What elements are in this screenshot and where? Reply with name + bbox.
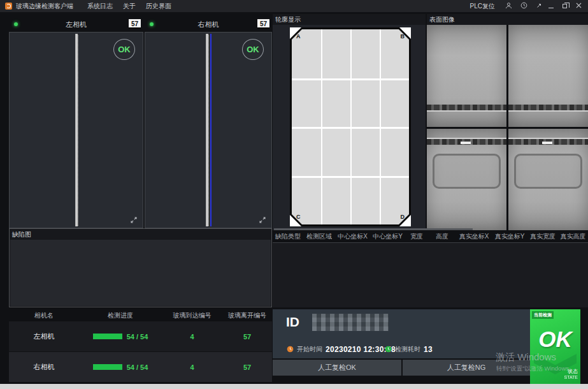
plc-reset-button[interactable]: PLC复位 bbox=[470, 2, 495, 11]
col-leave-no: 玻璃离开编号 bbox=[222, 311, 272, 320]
windows-activation-watermark-sub: 转到“设置”以激活 Windows。 bbox=[496, 365, 575, 373]
elapsed-group: 检测耗时 13 bbox=[385, 344, 433, 355]
leave-no-value: 57 bbox=[222, 333, 272, 341]
close-button[interactable] bbox=[576, 3, 582, 10]
start-time-group: 开始时间 20230210 12:30:58 bbox=[287, 344, 396, 355]
corner-label-a: A bbox=[296, 33, 301, 40]
badge-result-value: OK bbox=[530, 327, 580, 352]
user-icon[interactable] bbox=[505, 2, 512, 10]
status-dot-icon bbox=[150, 22, 154, 26]
defect-table-header: 缺陷类型 检测区域 中心坐标X 中心坐标Y 宽度 高度 真实坐标X 真实坐标Y … bbox=[273, 231, 588, 242]
camera-name: 左相机 bbox=[9, 332, 79, 341]
col-height: 高度 bbox=[428, 232, 456, 241]
menu-bar: 系统日志 关于 历史界面 bbox=[87, 2, 171, 11]
camera-name: 右相机 bbox=[9, 362, 79, 372]
main-window: 玻璃边缘检测客户端 系统日志 关于 历史界面 PLC复位 bbox=[0, 0, 588, 389]
col-center-x: 中心坐标X bbox=[335, 232, 370, 241]
left-camera-ok-badge: OK bbox=[113, 39, 135, 60]
progress-bar bbox=[93, 364, 122, 370]
camera-table-header: 相机名 检测进度 玻璃到达编号 玻璃离开编号 bbox=[9, 310, 272, 321]
surface-image-panel: 表面图像 bbox=[427, 14, 588, 230]
defect-panel-title: 缺陷图 bbox=[10, 229, 271, 240]
contour-panel: 轮廓显示 A B C D bbox=[273, 14, 426, 230]
surface-image-top-right[interactable] bbox=[508, 25, 588, 127]
col-detect-area: 检测区域 bbox=[303, 232, 335, 241]
result-info: ID 开始时间 20230210 12:30:58 检测耗时 13 bbox=[273, 309, 530, 358]
corner-label-c: C bbox=[296, 214, 301, 220]
left-camera-view: OK bbox=[9, 32, 143, 228]
right-camera-panel: 右相机 57 OK bbox=[145, 17, 272, 228]
progress-label: 54 / 54 bbox=[127, 363, 148, 371]
edge-fit-line bbox=[210, 34, 212, 226]
col-center-y: 中心坐标Y bbox=[370, 232, 405, 241]
window-bottom-edge bbox=[0, 384, 588, 389]
start-time-clock-icon bbox=[287, 344, 294, 355]
right-camera-label: 右相机 bbox=[145, 17, 272, 32]
surface-image-grid bbox=[427, 25, 588, 230]
id-label: ID bbox=[286, 314, 299, 330]
clock-icon[interactable] bbox=[520, 2, 527, 10]
left-camera-counter[interactable]: 57 bbox=[129, 19, 141, 29]
status-dot-icon bbox=[14, 22, 18, 26]
right-camera-ok-badge: OK bbox=[242, 39, 264, 60]
camera-progress-table: 相机名 检测进度 玻璃到达编号 玻璃离开编号 左相机 54 / 54 4 57 … bbox=[9, 310, 272, 383]
defect-image-panel: 缺陷图 bbox=[9, 228, 272, 307]
contour-display: A B C D bbox=[273, 25, 426, 230]
col-defect-type: 缺陷类型 bbox=[273, 232, 303, 241]
scale-icon[interactable] bbox=[536, 3, 542, 10]
elapsed-value: 13 bbox=[424, 345, 433, 354]
contour-panel-title: 轮廓显示 bbox=[273, 14, 426, 26]
glass-edge-strip bbox=[206, 34, 209, 226]
col-progress: 检测进度 bbox=[79, 311, 162, 320]
windows-activation-watermark: 激活 Windows bbox=[496, 351, 556, 363]
menu-about[interactable]: 关于 bbox=[123, 2, 136, 11]
menu-history[interactable]: 历史界面 bbox=[146, 2, 171, 11]
table-scrollbar[interactable] bbox=[274, 228, 473, 230]
col-real-y: 真实坐标Y bbox=[492, 232, 527, 241]
surface-image-top-left[interactable] bbox=[427, 25, 506, 127]
surface-image-bottom-right[interactable] bbox=[508, 129, 588, 231]
progress-cell: 54 / 54 bbox=[79, 363, 162, 371]
restore-button[interactable] bbox=[563, 3, 567, 10]
col-real-width: 真实宽度 bbox=[527, 232, 558, 241]
glass-outline-graphic: A B C D bbox=[290, 27, 411, 226]
manual-recheck-ok-button[interactable]: 人工复检OK bbox=[273, 360, 401, 376]
table-row: 左相机 54 / 54 4 57 bbox=[9, 321, 272, 351]
right-camera-view: OK bbox=[145, 32, 272, 228]
surface-panel-title: 表面图像 bbox=[427, 14, 588, 26]
corner-label-b: B bbox=[401, 33, 405, 40]
id-value-redacted bbox=[312, 314, 389, 331]
elapsed-clock-icon bbox=[385, 344, 392, 355]
state-label-en: STATE bbox=[564, 375, 578, 381]
progress-cell: 54 / 54 bbox=[79, 333, 162, 341]
defect-image-area bbox=[10, 240, 271, 306]
right-camera-counter[interactable]: 57 bbox=[257, 19, 269, 29]
corner-label-d: D bbox=[401, 214, 405, 220]
app-logo-icon bbox=[5, 3, 12, 10]
col-width: 宽度 bbox=[405, 232, 428, 241]
arrive-no-value: 4 bbox=[162, 363, 222, 371]
table-row: 右相机 54 / 54 4 57 bbox=[9, 352, 272, 382]
left-camera-panel: 左相机 57 OK bbox=[9, 17, 143, 228]
menu-system-log[interactable]: 系统日志 bbox=[87, 2, 113, 11]
col-camera-name: 相机名 bbox=[9, 311, 79, 320]
arrive-no-value: 4 bbox=[162, 333, 222, 341]
left-camera-header: 左相机 57 bbox=[9, 17, 143, 32]
col-real-height: 真实高度 bbox=[558, 232, 588, 241]
leave-no-value: 57 bbox=[222, 363, 272, 371]
surface-image-bottom-left[interactable] bbox=[427, 129, 506, 231]
expand-icon[interactable] bbox=[259, 216, 266, 224]
elapsed-label: 检测耗时 bbox=[395, 345, 420, 354]
title-bar: 玻璃边缘检测客户端 系统日志 关于 历史界面 PLC复位 bbox=[0, 0, 588, 12]
defect-table: 缺陷类型 检测区域 中心坐标X 中心坐标Y 宽度 高度 真实坐标X 真实坐标Y … bbox=[273, 231, 588, 307]
col-real-x: 真实坐标X bbox=[456, 232, 492, 241]
right-camera-header: 右相机 57 bbox=[145, 17, 272, 32]
col-arrive-no: 玻璃到达编号 bbox=[162, 311, 222, 320]
defect-table-body bbox=[273, 242, 588, 307]
progress-label: 54 / 54 bbox=[127, 333, 148, 341]
start-time-label: 开始时间 bbox=[297, 345, 322, 354]
minimize-button[interactable] bbox=[549, 3, 554, 10]
expand-icon[interactable] bbox=[130, 216, 138, 224]
progress-bar bbox=[93, 334, 122, 339]
glass-edge-strip bbox=[75, 34, 78, 226]
